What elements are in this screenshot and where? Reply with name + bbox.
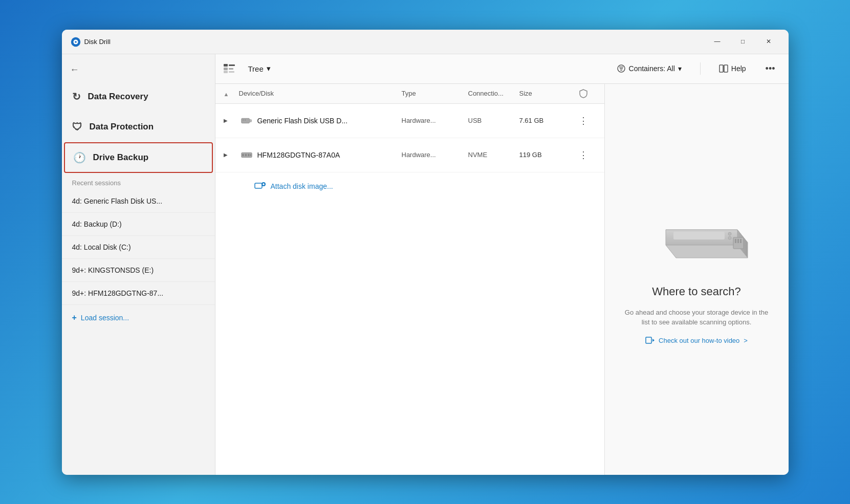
- expand-btn-1[interactable]: ▶: [224, 118, 239, 123]
- disk-actions-2: ⋮: [571, 147, 596, 163]
- usb-drive-svg: [241, 117, 252, 125]
- disk-row-2[interactable]: ▶ HFM128GDGTNG-87A0: [215, 138, 604, 172]
- attach-disk-icon: [254, 182, 266, 191]
- svg-rect-21: [242, 154, 244, 156]
- svg-rect-8: [229, 71, 234, 73]
- disk-icon-1: [239, 117, 254, 125]
- disk-type-2: Hardware...: [402, 151, 468, 159]
- main-content: ▲ Device/Disk Type Connectio... Size: [215, 84, 789, 475]
- expand-icon-2: ▶: [224, 152, 228, 158]
- right-panel-desc: Go ahead and choose your storage device …: [620, 308, 773, 327]
- load-session-button[interactable]: + Load session...: [62, 305, 215, 331]
- session-item-1[interactable]: 4d: Generic Flash Disk US...: [62, 190, 215, 213]
- app-window: Disk Drill — □ ✕ ← ↻ Data Recovery 🛡 Dat…: [62, 30, 789, 475]
- attach-disk-label: Attach disk image...: [271, 182, 333, 190]
- svg-point-2: [75, 41, 77, 43]
- svg-rect-34: [735, 239, 736, 243]
- help-button[interactable]: Help: [713, 61, 752, 76]
- shield-col: [571, 89, 596, 98]
- load-session-plus-icon: +: [72, 313, 77, 322]
- sidebar-item-label-data-recovery: Data Recovery: [88, 92, 148, 102]
- back-button[interactable]: ←: [62, 58, 215, 81]
- col-connection: Connectio...: [468, 90, 519, 97]
- svg-rect-16: [241, 118, 249, 123]
- maximize-button[interactable]: □: [731, 33, 755, 50]
- disk-connection-2: NVME: [468, 151, 519, 159]
- close-button[interactable]: ✕: [757, 33, 780, 50]
- session-item-5[interactable]: 9d+: HFM128GDGTNG-87...: [62, 282, 215, 305]
- svg-point-39: [728, 236, 731, 239]
- data-recovery-icon: ↻: [72, 91, 81, 103]
- tree-button[interactable]: Tree ▾: [243, 61, 276, 76]
- disk-row-1[interactable]: ▶ Generic Flash Disk USB D...: [215, 104, 604, 138]
- svg-rect-25: [255, 183, 262, 188]
- svg-rect-19: [245, 119, 246, 120]
- containers-button[interactable]: Containers: All ▾: [611, 61, 688, 76]
- recent-sessions-label: Recent sessions: [62, 173, 215, 190]
- disk-type-1: Hardware...: [402, 117, 468, 124]
- disk-size-2: 119 GB: [519, 151, 571, 159]
- attach-disk-row[interactable]: Attach disk image...: [215, 172, 604, 200]
- disk-menu-btn-2[interactable]: ⋮: [575, 147, 592, 163]
- svg-rect-6: [229, 64, 235, 66]
- col-type: Type: [402, 90, 468, 97]
- help-icon: [719, 64, 728, 73]
- containers-icon: [617, 64, 626, 73]
- col-size: Size: [519, 90, 571, 97]
- sidebar-item-data-protection[interactable]: 🛡 Data Protection: [62, 112, 215, 142]
- svg-rect-13: [720, 65, 723, 72]
- sidebar-item-data-recovery[interactable]: ↻ Data Recovery: [62, 81, 215, 112]
- title-bar: Disk Drill — □ ✕: [62, 30, 789, 54]
- app-title: Disk Drill: [84, 38, 706, 46]
- session-item-2[interactable]: 4d: Backup (D:): [62, 213, 215, 236]
- tree-dropdown-icon: ▾: [267, 64, 271, 73]
- sidebar-item-label-data-protection: Data Protection: [90, 122, 154, 132]
- sort-up-icon: ▲: [224, 91, 229, 97]
- help-label: Help: [731, 64, 746, 73]
- video-link-arrow: >: [744, 337, 748, 344]
- back-arrow-icon: ←: [70, 64, 79, 75]
- session-item-4[interactable]: 9d+: KINGSTONSDS (E:): [62, 259, 215, 282]
- disk-connection-1: USB: [468, 117, 519, 124]
- app-body: ← ↻ Data Recovery 🛡 Data Protection 🕐 Dr…: [62, 54, 789, 475]
- table-header: ▲ Device/Disk Type Connectio... Size: [215, 84, 604, 104]
- containers-label: Containers: All: [629, 64, 675, 73]
- disk-actions-1: ⋮: [571, 113, 596, 128]
- nvme-drive-svg: [241, 151, 252, 159]
- disk-icon-2: [239, 151, 254, 159]
- disk-menu-btn-1[interactable]: ⋮: [575, 113, 592, 128]
- disk-name-2: HFM128GDGTNG-87A0A: [254, 151, 402, 159]
- more-button[interactable]: •••: [760, 60, 780, 77]
- shield-header-icon: [579, 89, 587, 98]
- window-controls: — □ ✕: [706, 33, 780, 50]
- expand-btn-2[interactable]: ▶: [224, 152, 239, 158]
- svg-rect-22: [245, 154, 246, 156]
- app-icon: [70, 36, 80, 47]
- hard-drive-svg: [650, 214, 753, 276]
- hard-drive-illustration: [650, 214, 743, 271]
- data-protection-icon: 🛡: [72, 121, 82, 133]
- svg-rect-40: [646, 337, 651, 343]
- minimize-button[interactable]: —: [706, 33, 729, 50]
- sidebar: ← ↻ Data Recovery 🛡 Data Protection 🕐 Dr…: [62, 54, 215, 475]
- svg-point-38: [728, 232, 731, 235]
- svg-rect-17: [249, 119, 251, 122]
- svg-rect-4: [224, 68, 228, 70]
- video-link[interactable]: Check out our how-to video >: [645, 337, 748, 344]
- svg-rect-5: [224, 71, 228, 73]
- containers-dropdown-icon: ▾: [678, 64, 682, 73]
- svg-rect-37: [673, 232, 725, 239]
- sidebar-item-drive-backup[interactable]: 🕐 Drive Backup: [64, 142, 213, 173]
- drive-backup-icon: 🕐: [73, 151, 86, 164]
- disk-name-1: Generic Flash Disk USB D...: [254, 117, 402, 125]
- video-link-label: Check out our how-to video: [659, 337, 739, 344]
- svg-rect-36: [740, 239, 742, 243]
- svg-rect-14: [724, 65, 728, 72]
- toolbar-separator: [700, 62, 701, 75]
- disk-size-1: 7.61 GB: [519, 117, 571, 124]
- right-panel: Where to search? Go ahead and choose you…: [604, 84, 789, 475]
- expand-col-header: ▲: [224, 89, 239, 98]
- sidebar-item-label-drive-backup: Drive Backup: [93, 152, 149, 163]
- expand-icon-1: ▶: [224, 118, 228, 123]
- session-item-3[interactable]: 4d: Local Disk (C:): [62, 236, 215, 259]
